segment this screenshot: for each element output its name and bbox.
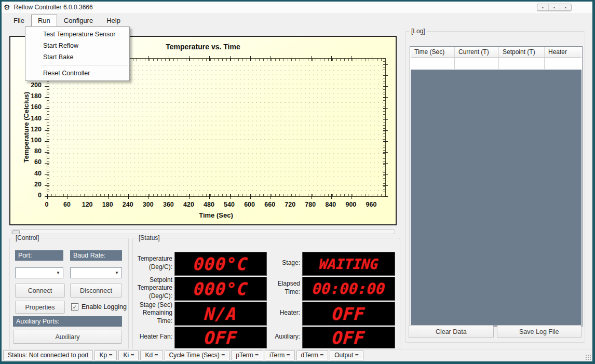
y-major-tick [45, 152, 49, 153]
x-major-tick [209, 56, 210, 61]
log-table: Time (Sec) Current (T) Setpoint (T) Heat… [410, 46, 583, 327]
kd-panel: Kd = [140, 350, 163, 360]
x-major-tick [189, 194, 190, 199]
pterm-panel: pTerm = [231, 350, 263, 360]
x-major-tick [128, 194, 129, 199]
y-major-tick [383, 119, 388, 120]
x-major-tick [271, 56, 271, 61]
x-major-tick [271, 194, 271, 199]
port-select[interactable]: ▼ [15, 267, 63, 278]
column-header-time[interactable]: Time (Sec) [411, 47, 455, 57]
log-group-label: [Log] [409, 28, 427, 35]
table-cell [545, 58, 582, 69]
x-major-tick [169, 194, 169, 199]
close-button[interactable]: • [560, 4, 571, 10]
x-major-tick [351, 194, 352, 199]
x-axis-title: Time (Sec) [199, 211, 233, 219]
x-tick-label: 900 [345, 201, 356, 208]
cycle-time-panel: Cycle Time (Secs) = [165, 350, 230, 360]
connect-button[interactable]: Connect [15, 284, 65, 298]
chevron-down-icon: ▼ [56, 271, 60, 275]
heater-fan-value: OFF [204, 328, 237, 348]
stage-display: WAITING [302, 252, 395, 276]
column-header-current[interactable]: Current (T) [455, 47, 499, 57]
chevron-down-icon: ▼ [115, 271, 119, 275]
x-tick-label: 420 [183, 201, 194, 208]
chart-scrollbar-thumb[interactable] [12, 230, 20, 234]
y-major-tick [383, 108, 388, 109]
menuitem-start-bake[interactable]: Start Bake [25, 51, 129, 63]
heater-label: Heater: [263, 302, 300, 325]
kp-panel: Kp = [94, 350, 117, 360]
y-tick-label: 60 [10, 158, 42, 166]
enable-logging-checkbox[interactable]: ✓ [71, 303, 78, 311]
menuitem-test-temperature-sensor[interactable]: Test Temperature Sensor [25, 29, 129, 40]
stage-remaining-time-value: N/A [204, 304, 237, 324]
clear-data-button[interactable]: Clear Data [409, 325, 494, 338]
table-cell [411, 58, 455, 69]
chart-scrollbar[interactable] [11, 229, 395, 234]
auxiliary-button[interactable]: Auxiliary [13, 330, 122, 344]
auxiliary-label: Auxiliary: [263, 327, 300, 347]
menu-run[interactable]: Run [31, 15, 57, 26]
output-panel: Output = [330, 350, 363, 360]
y-major-tick [45, 108, 49, 109]
menu-help[interactable]: Help [100, 15, 127, 26]
x-major-tick [148, 194, 149, 199]
x-tick-label: 540 [224, 201, 235, 208]
x-tick-label: 600 [244, 201, 255, 208]
menu-configure[interactable]: Configure [57, 15, 100, 26]
control-group-label: [Control] [13, 234, 41, 241]
x-major-tick [169, 56, 169, 61]
temperature-display: 000°C [174, 252, 267, 276]
baud-rate-select[interactable]: ▼ [70, 267, 122, 278]
y-tick-label: 180 [10, 92, 42, 100]
y-major-tick [45, 141, 49, 142]
y-tick-label: 140 [10, 115, 42, 122]
column-header-setpoint[interactable]: Setpoint (T) [499, 47, 545, 57]
status-group: [Status] Temperature (Deg/C): 000°C Setp… [132, 238, 400, 349]
menuitem-reset-controller[interactable]: Reset Controller [25, 68, 129, 79]
status-group-label: [Status] [137, 234, 162, 241]
maximize-button[interactable]: • [548, 4, 560, 10]
heater-value: OFF [332, 304, 366, 324]
x-major-tick [331, 194, 332, 199]
y-major-tick [383, 163, 388, 164]
x-tick-label: 840 [325, 201, 336, 208]
disconnect-button[interactable]: Disconnect [70, 284, 122, 298]
y-tick-label: 100 [10, 137, 42, 144]
elapsed-time-display: 00:00:00 [302, 277, 395, 301]
x-tick-label: 960 [366, 201, 377, 208]
properties-button[interactable]: Properties [15, 301, 65, 314]
heater-fan-label: Heater Fan: [133, 327, 172, 347]
y-tick-label: 200 [10, 82, 42, 89]
x-major-tick [351, 56, 352, 61]
save-log-file-button[interactable]: Save Log File [497, 325, 582, 338]
y-major-tick [45, 97, 49, 98]
x-major-tick [311, 194, 312, 199]
y-major-tick [383, 130, 388, 131]
setpoint-temperature-label: Setpoint Temperature (Deg/C): [133, 277, 172, 300]
log-table-empty-area [411, 70, 582, 326]
y-major-tick [383, 75, 388, 76]
x-tick-label: 300 [143, 201, 154, 208]
minimize-button[interactable]: • [537, 4, 548, 10]
table-row[interactable] [411, 58, 582, 69]
y-minor-ticks-right [383, 59, 385, 196]
y-tick-label: 120 [10, 126, 42, 133]
x-major-tick [230, 194, 231, 199]
table-cell [499, 58, 545, 69]
iterm-panel: iTerm = [265, 350, 295, 360]
menuitem-start-reflow[interactable]: Start Reflow [25, 40, 129, 51]
x-major-tick [67, 194, 68, 199]
y-major-tick [383, 97, 388, 98]
connection-status-panel: Status: Not connected to port [3, 350, 93, 360]
x-major-tick [230, 56, 231, 61]
run-dropdown-menu: Test Temperature Sensor Start Reflow Sta… [25, 26, 130, 81]
setpoint-temperature-display: 000°C [174, 277, 267, 301]
x-tick-label: 780 [305, 201, 316, 208]
app-gears-icon: ⚙ [4, 4, 10, 11]
window-controls: • • • [537, 4, 572, 11]
menu-file[interactable]: File [7, 15, 31, 26]
column-header-heater[interactable]: Heater [545, 47, 582, 57]
